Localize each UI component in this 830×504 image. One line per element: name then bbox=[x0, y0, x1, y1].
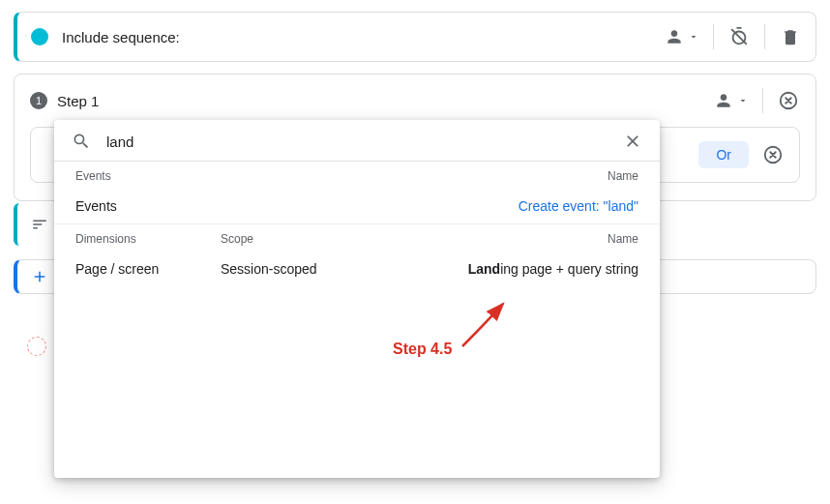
person-icon bbox=[665, 27, 684, 46]
close-icon bbox=[623, 132, 642, 151]
dimension-scope: Session-scoped bbox=[221, 261, 468, 277]
events-row-label: Events bbox=[75, 198, 519, 214]
create-event-link[interactable]: Create event: "land" bbox=[519, 198, 638, 214]
step-scope-user-dropdown[interactable] bbox=[714, 91, 749, 110]
dimension-category: Page / screen bbox=[75, 261, 221, 277]
annotation-arrow-icon bbox=[455, 296, 522, 354]
plus-icon bbox=[31, 268, 48, 285]
step-number-badge: 1 bbox=[30, 92, 47, 109]
timer-off-button[interactable] bbox=[727, 25, 751, 48]
close-circle-icon bbox=[762, 144, 784, 165]
dimension-name: Landing page + query string bbox=[468, 261, 638, 277]
dimensions-header: Dimensions Scope Name bbox=[54, 224, 660, 252]
trash-icon bbox=[781, 27, 800, 46]
divider bbox=[713, 24, 714, 49]
dashed-placeholder-icon bbox=[27, 337, 46, 356]
close-circle-icon bbox=[778, 90, 799, 111]
dimension-row-landing-page[interactable]: Page / screen Session-scoped Landing pag… bbox=[54, 252, 660, 286]
timer-off-icon bbox=[728, 26, 750, 47]
divider bbox=[764, 24, 765, 49]
or-button[interactable]: Or bbox=[698, 141, 749, 168]
search-popover: Events Name Events Create event: "land" … bbox=[54, 120, 660, 478]
search-icon bbox=[72, 132, 91, 151]
annotation-label: Step 4.5 bbox=[393, 341, 452, 358]
events-header-left: Events bbox=[75, 169, 608, 183]
dimensions-header-b: Scope bbox=[221, 232, 608, 246]
caret-down-icon bbox=[737, 95, 749, 106]
search-input[interactable] bbox=[106, 133, 623, 150]
events-header: Events Name bbox=[54, 162, 660, 189]
caret-down-icon bbox=[688, 31, 699, 43]
sort-icon bbox=[31, 216, 48, 233]
sequence-color-dot bbox=[31, 28, 48, 45]
dimensions-header-c: Name bbox=[608, 232, 638, 246]
include-sequence-header: Include sequence: bbox=[14, 12, 816, 62]
step-label: Step 1 bbox=[57, 93, 714, 109]
events-header-right: Name bbox=[608, 169, 638, 183]
scope-user-dropdown[interactable] bbox=[665, 27, 699, 46]
remove-step-button[interactable] bbox=[777, 89, 800, 112]
delete-sequence-button[interactable] bbox=[779, 25, 802, 48]
events-create-row[interactable]: Events Create event: "land" bbox=[54, 189, 660, 224]
sequence-title: Include sequence: bbox=[62, 29, 665, 45]
dimensions-header-a: Dimensions bbox=[75, 232, 221, 246]
clear-search-button[interactable] bbox=[623, 132, 642, 151]
remove-condition-button[interactable] bbox=[762, 144, 784, 165]
person-icon bbox=[714, 91, 733, 110]
divider bbox=[762, 88, 763, 113]
